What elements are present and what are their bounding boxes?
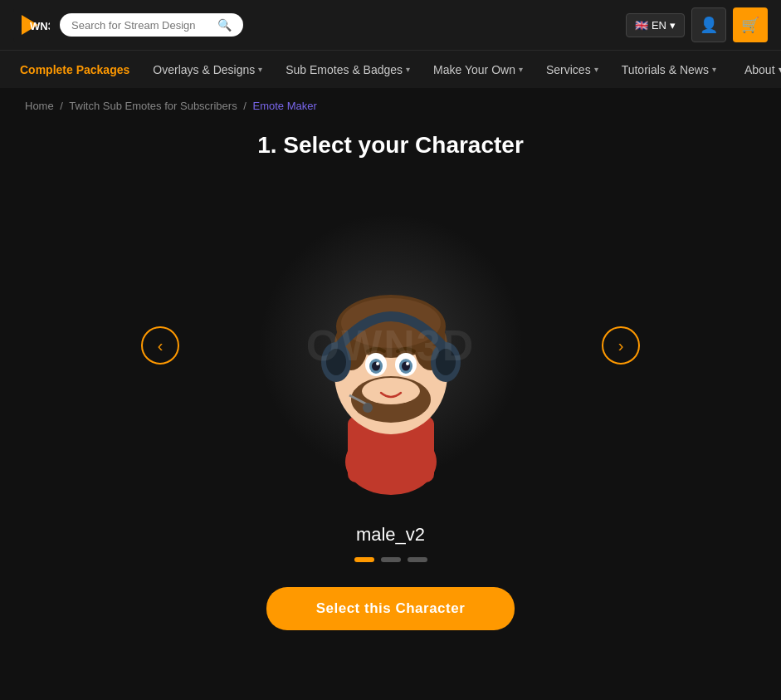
breadcrumb-current: Emote Maker xyxy=(253,100,317,112)
main-content: 1. Select your Character ‹ xyxy=(0,124,781,663)
flag-icon: 🇬🇧 xyxy=(635,19,648,32)
cart-button[interactable]: 🛒 xyxy=(733,7,768,42)
user-button[interactable]: 👤 xyxy=(691,7,726,42)
nav-complete-packages[interactable]: Complete Packages xyxy=(8,51,141,88)
nav-label: Overlays & Designs xyxy=(153,63,255,76)
search-bar[interactable]: 🔍 xyxy=(60,13,243,37)
svg-point-22 xyxy=(406,362,409,365)
svg-point-27 xyxy=(363,403,373,413)
nav-label: Sub Emotes & Badges xyxy=(286,63,403,76)
chevron-down-icon: ▾ xyxy=(406,65,410,74)
chevron-down-icon: ▾ xyxy=(258,65,262,74)
logo[interactable]: WN3D xyxy=(13,7,50,43)
breadcrumb-home[interactable]: Home xyxy=(25,100,54,112)
character-image: OWN3D xyxy=(283,192,499,499)
chevron-down-icon: ▾ xyxy=(712,65,716,74)
chevron-down-icon: ▾ xyxy=(670,19,676,32)
search-icon: 🔍 xyxy=(217,18,232,32)
arrow-left-icon: ‹ xyxy=(158,336,164,355)
chevron-down-icon: ▾ xyxy=(779,63,781,76)
main-nav: Complete Packages Overlays & Designs ▾ S… xyxy=(0,50,781,88)
nav-make-your-own[interactable]: Make Your Own ▾ xyxy=(422,51,534,88)
header: WN3D 🔍 🇬🇧 EN ▾ 👤 🛒 xyxy=(0,0,781,50)
breadcrumb: Home / Twitch Sub Emotes for Subscribers… xyxy=(0,88,781,124)
cart-icon: 🛒 xyxy=(741,16,759,34)
nav-label: Complete Packages xyxy=(20,63,129,76)
chevron-down-icon: ▾ xyxy=(594,65,598,74)
page-title: 1. Select your Character xyxy=(257,132,524,159)
svg-point-12 xyxy=(326,349,346,375)
nav-sub-emotes-badges[interactable]: Sub Emotes & Badges ▾ xyxy=(274,51,422,88)
nav-tutorials-news[interactable]: Tutorials & News ▾ xyxy=(610,51,728,88)
dot-3[interactable] xyxy=(408,557,427,562)
nav-label: Make Your Own xyxy=(433,63,515,76)
user-icon: 👤 xyxy=(700,16,718,34)
chevron-down-icon: ▾ xyxy=(519,65,523,74)
select-character-button[interactable]: Select this Character xyxy=(266,587,515,630)
nav-services[interactable]: Services ▾ xyxy=(534,51,610,88)
svg-point-14 xyxy=(436,349,456,375)
carousel-next-button[interactable]: › xyxy=(602,326,640,365)
carousel-prev-button[interactable]: ‹ xyxy=(141,326,179,365)
header-actions: 🇬🇧 EN ▾ 👤 🛒 xyxy=(626,7,768,42)
dot-2[interactable] xyxy=(381,557,401,562)
svg-point-25 xyxy=(362,378,420,404)
svg-text:WN3D: WN3D xyxy=(30,20,50,32)
arrow-right-icon: › xyxy=(618,336,624,355)
nav-label: Tutorials & News xyxy=(622,63,709,76)
nav-overlays-designs[interactable]: Overlays & Designs ▾ xyxy=(141,51,274,88)
nav-label: Services xyxy=(546,63,591,76)
nav-about[interactable]: About ▾ xyxy=(728,51,781,88)
nav-about-label: About xyxy=(744,63,775,76)
language-selector[interactable]: 🇬🇧 EN ▾ xyxy=(626,13,685,37)
carousel-area: OWN3D xyxy=(217,184,565,507)
breadcrumb-sub-emotes[interactable]: Twitch Sub Emotes for Subscribers xyxy=(69,100,237,112)
dot-1[interactable] xyxy=(354,557,374,562)
lang-label: EN xyxy=(652,19,666,32)
character-carousel: ‹ xyxy=(0,184,781,507)
character-name: male_v2 xyxy=(356,524,425,546)
carousel-dots xyxy=(354,557,427,562)
search-input[interactable] xyxy=(71,19,212,32)
svg-point-21 xyxy=(376,362,379,365)
svg-point-10 xyxy=(341,298,441,348)
